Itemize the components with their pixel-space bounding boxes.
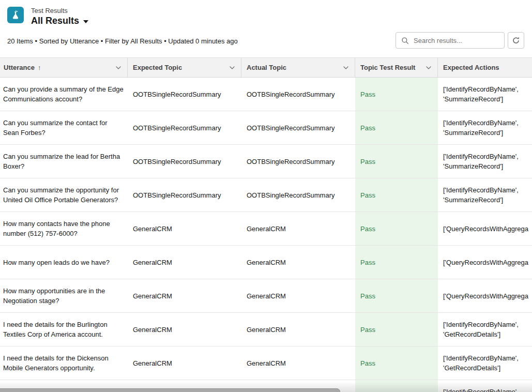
utterance-cell: Can you summarize the contact for Sean F…	[0, 111, 128, 144]
utterance-cell: How many contacts have the phone number …	[0, 212, 128, 245]
utterance-cell: How many opportunities are in the Negoti…	[0, 279, 128, 312]
view-selector-label: All Results	[31, 16, 79, 26]
actual-topic-cell: GeneralCRM	[241, 246, 355, 279]
actual-topic-cell: GeneralCRM	[241, 346, 355, 380]
utterance-cell: Can you summarize the lead for Bertha Bo…	[0, 145, 128, 178]
expected-actions-cell: ['IdentifyRecordByName', 'GetRecordDetai…	[438, 313, 532, 346]
table-row[interactable]: How many opportunities are in the Negoti…	[0, 279, 532, 313]
actual-topic-cell: OOTBSingleRecordSummary	[241, 111, 355, 144]
table-row[interactable]: Can you provide a summary of the Edge Co…	[0, 78, 532, 111]
expected-actions-cell: ['IdentifyRecordByName', 'SummarizeRecor…	[438, 178, 532, 212]
chevron-down-icon	[229, 64, 236, 71]
utterance-cell: I need the details for the Burlington Te…	[0, 313, 128, 346]
result-cell: Pass	[355, 78, 438, 111]
actual-topic-cell: GeneralCRM	[241, 313, 355, 346]
table-row[interactable]: I need the details for the Burlington Te…	[0, 313, 532, 346]
expected-actions-cell: ['IdentifyRecordByName', 'SummarizeRecor…	[438, 145, 532, 178]
horizontal-scrollbar-thumb[interactable]	[0, 388, 340, 392]
actual-topic-cell: OOTBSingleRecordSummary	[241, 145, 355, 178]
refresh-icon	[512, 36, 520, 44]
entity-titles: Test Results All Results	[31, 7, 88, 26]
list-controls	[396, 32, 524, 49]
expected-actions-cell: ['QueryRecordsWithAggrega	[438, 212, 532, 245]
column-label: Actual Topic	[247, 64, 286, 71]
expected-topic-cell: OOTBSingleRecordSummary	[128, 178, 241, 212]
table-row[interactable]: How many open leads do we have? GeneralC…	[0, 246, 532, 279]
chevron-down-icon	[342, 64, 349, 71]
result-cell: Pass	[355, 346, 438, 380]
result-cell: Pass	[355, 246, 438, 279]
utterance-cell: I need the details for the Dickenson Mob…	[0, 346, 128, 380]
result-cell: Pass	[355, 111, 438, 144]
table-row[interactable]: Can you summarize the lead for Bertha Bo…	[0, 145, 532, 178]
view-selector[interactable]: All Results	[31, 16, 88, 26]
app-root: Test Results All Results 20 Items • Sort…	[0, 0, 532, 392]
table-row[interactable]: How many contacts have the phone number …	[0, 212, 532, 246]
chevron-down-icon	[115, 64, 122, 71]
result-cell: Pass	[355, 313, 438, 346]
result-cell: Pass	[355, 145, 438, 178]
column-header-topic-test-result[interactable]: Topic Test Result	[355, 58, 438, 77]
expected-actions-cell: ['IdentifyRecordByName', 'GetRecordDetai…	[438, 346, 532, 380]
column-label: Expected Topic	[133, 64, 182, 71]
result-cell: Pass	[355, 178, 438, 212]
column-header-utterance[interactable]: Utterance ↑	[0, 58, 128, 77]
sort-ascending-icon: ↑	[38, 64, 41, 71]
results-table: Utterance ↑ Expected Topic Actual Topic	[0, 57, 532, 392]
table-body: Can you provide a summary of the Edge Co…	[0, 78, 532, 392]
expected-actions-cell: ['QueryRecordsWithAggrega	[438, 246, 532, 279]
list-view-header: Test Results All Results 20 Items • Sort…	[0, 0, 532, 57]
test-results-flask-icon	[7, 7, 24, 23]
actual-topic-cell: OOTBSingleRecordSummary	[241, 178, 355, 212]
expected-topic-cell: GeneralCRM	[128, 346, 241, 380]
column-header-expected-topic[interactable]: Expected Topic	[128, 58, 241, 77]
column-label: Expected Actions	[443, 64, 499, 71]
actual-topic-cell: GeneralCRM	[241, 212, 355, 245]
table-row[interactable]: I need the details for the Dickenson Mob…	[0, 346, 532, 380]
expected-actions-cell: ['IdentifyRecordByName',	[438, 380, 532, 392]
expected-actions-cell: ['QueryRecordsWithAggrega	[438, 279, 532, 312]
column-menu-button[interactable]	[227, 63, 237, 72]
actual-topic-cell: OOTBSingleRecordSummary	[241, 78, 355, 111]
view-selector-caret-icon	[83, 20, 88, 23]
search-input[interactable]	[413, 36, 499, 45]
expected-topic-cell: GeneralCRM	[128, 279, 241, 312]
column-label: Utterance	[4, 64, 35, 71]
expected-topic-cell: GeneralCRM	[128, 313, 241, 346]
result-cell: Pass	[355, 279, 438, 312]
search-icon	[401, 37, 409, 44]
refresh-button[interactable]	[508, 32, 524, 49]
column-header-actual-topic[interactable]: Actual Topic	[241, 58, 355, 77]
expected-topic-cell: GeneralCRM	[128, 246, 241, 279]
column-header-expected-actions[interactable]: Expected Actions	[438, 58, 532, 77]
result-cell	[355, 380, 438, 392]
expected-actions-cell: ['IdentifyRecordByName', 'SummarizeRecor…	[438, 78, 532, 111]
utterance-cell: How many open leads do we have?	[0, 246, 128, 279]
table-row[interactable]: Can you summarize the contact for Sean F…	[0, 111, 532, 145]
column-menu-button[interactable]	[424, 63, 433, 72]
chevron-down-icon	[425, 64, 432, 71]
object-label: Test Results	[31, 7, 88, 15]
actual-topic-cell: GeneralCRM	[241, 279, 355, 312]
table-row[interactable]: Can you summarize the opportunity for Un…	[0, 178, 532, 212]
utterance-cell: Can you summarize the opportunity for Un…	[0, 178, 128, 212]
search-box	[396, 32, 505, 49]
column-menu-button[interactable]	[114, 63, 123, 72]
list-summary: 20 Items • Sorted by Utterance • Filter …	[7, 37, 238, 45]
expected-topic-cell: GeneralCRM	[128, 212, 241, 245]
expected-topic-cell: OOTBSingleRecordSummary	[128, 145, 241, 178]
column-label: Topic Test Result	[360, 64, 415, 71]
utterance-cell: Can you provide a summary of the Edge Co…	[0, 78, 128, 111]
result-cell: Pass	[355, 212, 438, 245]
column-menu-button[interactable]	[341, 63, 351, 72]
expected-topic-cell: OOTBSingleRecordSummary	[128, 111, 241, 144]
table-header-row: Utterance ↑ Expected Topic Actual Topic	[0, 57, 532, 78]
expected-topic-cell: OOTBSingleRecordSummary	[128, 78, 241, 111]
expected-actions-cell: ['IdentifyRecordByName', 'SummarizeRecor…	[438, 111, 532, 144]
